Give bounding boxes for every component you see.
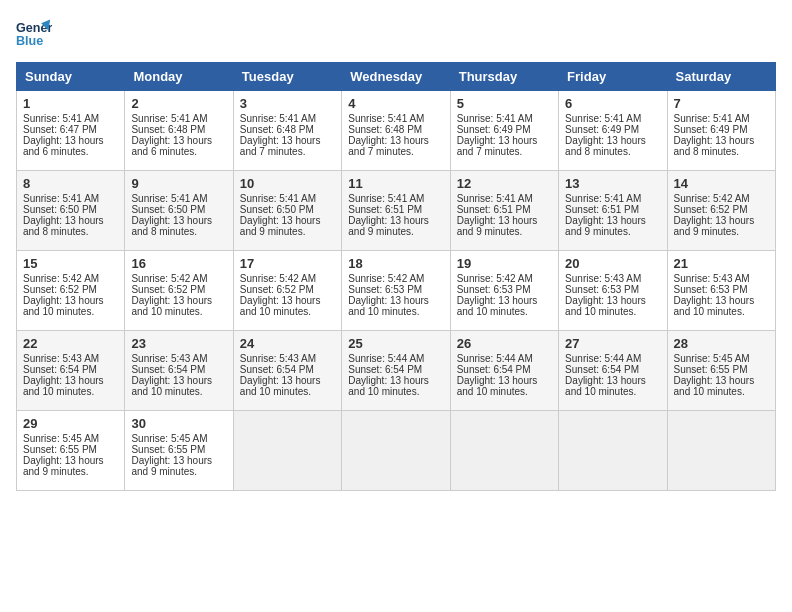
- day-cell-19: 19Sunrise: 5:42 AMSunset: 6:53 PMDayligh…: [450, 251, 558, 331]
- day-cell-16: 16Sunrise: 5:42 AMSunset: 6:52 PMDayligh…: [125, 251, 233, 331]
- empty-cell: [233, 411, 341, 491]
- calendar-week-row: 22Sunrise: 5:43 AMSunset: 6:54 PMDayligh…: [17, 331, 776, 411]
- empty-cell: [450, 411, 558, 491]
- day-cell-25: 25Sunrise: 5:44 AMSunset: 6:54 PMDayligh…: [342, 331, 450, 411]
- day-cell-8: 8Sunrise: 5:41 AMSunset: 6:50 PMDaylight…: [17, 171, 125, 251]
- page-header: General Blue: [16, 16, 776, 52]
- svg-text:Blue: Blue: [16, 34, 43, 48]
- empty-cell: [559, 411, 667, 491]
- day-cell-4: 4Sunrise: 5:41 AMSunset: 6:48 PMDaylight…: [342, 91, 450, 171]
- column-header-thursday: Thursday: [450, 63, 558, 91]
- day-cell-29: 29Sunrise: 5:45 AMSunset: 6:55 PMDayligh…: [17, 411, 125, 491]
- logo: General Blue: [16, 16, 52, 52]
- day-cell-2: 2Sunrise: 5:41 AMSunset: 6:48 PMDaylight…: [125, 91, 233, 171]
- logo-icon: General Blue: [16, 16, 52, 52]
- day-cell-1: 1Sunrise: 5:41 AMSunset: 6:47 PMDaylight…: [17, 91, 125, 171]
- calendar-table: SundayMondayTuesdayWednesdayThursdayFrid…: [16, 62, 776, 491]
- day-cell-9: 9Sunrise: 5:41 AMSunset: 6:50 PMDaylight…: [125, 171, 233, 251]
- day-cell-28: 28Sunrise: 5:45 AMSunset: 6:55 PMDayligh…: [667, 331, 775, 411]
- day-cell-26: 26Sunrise: 5:44 AMSunset: 6:54 PMDayligh…: [450, 331, 558, 411]
- day-cell-6: 6Sunrise: 5:41 AMSunset: 6:49 PMDaylight…: [559, 91, 667, 171]
- calendar-week-row: 1Sunrise: 5:41 AMSunset: 6:47 PMDaylight…: [17, 91, 776, 171]
- day-cell-15: 15Sunrise: 5:42 AMSunset: 6:52 PMDayligh…: [17, 251, 125, 331]
- day-cell-5: 5Sunrise: 5:41 AMSunset: 6:49 PMDaylight…: [450, 91, 558, 171]
- calendar-week-row: 15Sunrise: 5:42 AMSunset: 6:52 PMDayligh…: [17, 251, 776, 331]
- day-cell-23: 23Sunrise: 5:43 AMSunset: 6:54 PMDayligh…: [125, 331, 233, 411]
- day-cell-30: 30Sunrise: 5:45 AMSunset: 6:55 PMDayligh…: [125, 411, 233, 491]
- day-cell-11: 11Sunrise: 5:41 AMSunset: 6:51 PMDayligh…: [342, 171, 450, 251]
- day-cell-12: 12Sunrise: 5:41 AMSunset: 6:51 PMDayligh…: [450, 171, 558, 251]
- column-header-wednesday: Wednesday: [342, 63, 450, 91]
- calendar-header-row: SundayMondayTuesdayWednesdayThursdayFrid…: [17, 63, 776, 91]
- calendar-week-row: 29Sunrise: 5:45 AMSunset: 6:55 PMDayligh…: [17, 411, 776, 491]
- day-cell-27: 27Sunrise: 5:44 AMSunset: 6:54 PMDayligh…: [559, 331, 667, 411]
- day-cell-7: 7Sunrise: 5:41 AMSunset: 6:49 PMDaylight…: [667, 91, 775, 171]
- day-cell-21: 21Sunrise: 5:43 AMSunset: 6:53 PMDayligh…: [667, 251, 775, 331]
- empty-cell: [342, 411, 450, 491]
- day-cell-17: 17Sunrise: 5:42 AMSunset: 6:52 PMDayligh…: [233, 251, 341, 331]
- column-header-friday: Friday: [559, 63, 667, 91]
- day-cell-14: 14Sunrise: 5:42 AMSunset: 6:52 PMDayligh…: [667, 171, 775, 251]
- day-cell-24: 24Sunrise: 5:43 AMSunset: 6:54 PMDayligh…: [233, 331, 341, 411]
- column-header-tuesday: Tuesday: [233, 63, 341, 91]
- column-header-monday: Monday: [125, 63, 233, 91]
- empty-cell: [667, 411, 775, 491]
- day-cell-3: 3Sunrise: 5:41 AMSunset: 6:48 PMDaylight…: [233, 91, 341, 171]
- day-cell-20: 20Sunrise: 5:43 AMSunset: 6:53 PMDayligh…: [559, 251, 667, 331]
- day-cell-13: 13Sunrise: 5:41 AMSunset: 6:51 PMDayligh…: [559, 171, 667, 251]
- calendar-week-row: 8Sunrise: 5:41 AMSunset: 6:50 PMDaylight…: [17, 171, 776, 251]
- column-header-saturday: Saturday: [667, 63, 775, 91]
- day-cell-10: 10Sunrise: 5:41 AMSunset: 6:50 PMDayligh…: [233, 171, 341, 251]
- day-cell-18: 18Sunrise: 5:42 AMSunset: 6:53 PMDayligh…: [342, 251, 450, 331]
- day-cell-22: 22Sunrise: 5:43 AMSunset: 6:54 PMDayligh…: [17, 331, 125, 411]
- column-header-sunday: Sunday: [17, 63, 125, 91]
